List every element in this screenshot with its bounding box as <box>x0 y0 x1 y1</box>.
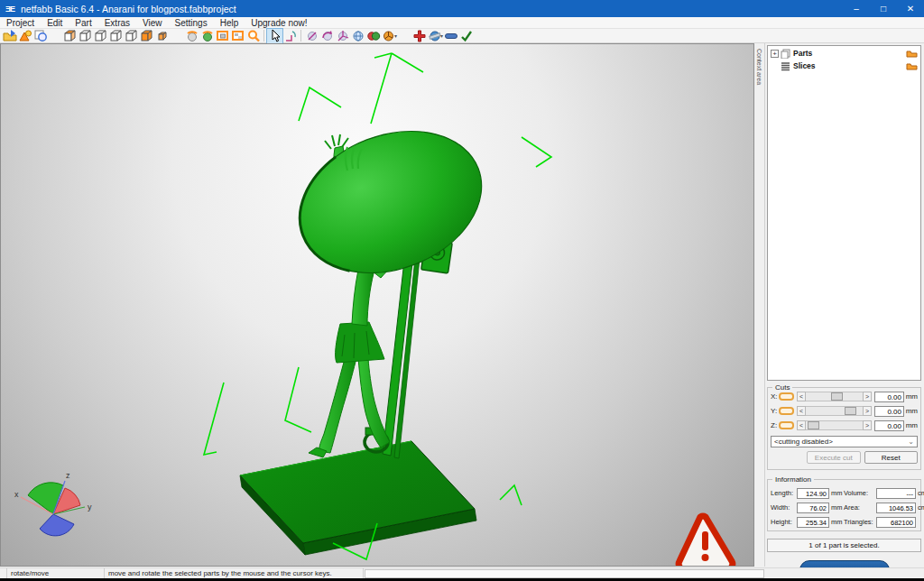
cut-value-y[interactable]: 0.00 <box>874 406 904 417</box>
confirm-check-icon[interactable] <box>458 29 474 43</box>
cut-toggle-z[interactable] <box>779 421 794 429</box>
cut-slider-z[interactable] <box>806 420 863 430</box>
execute-cut-button[interactable]: Execute cut <box>807 451 861 464</box>
viewport-canvas[interactable]: x y z <box>1 44 753 566</box>
cuts-group-label: Cuts <box>772 383 792 392</box>
analysis-dropdown-caret[interactable]: ▾ <box>394 32 397 39</box>
zoom-selection-icon[interactable] <box>199 29 215 43</box>
volume-value: --- <box>876 488 916 499</box>
tree-item-slices[interactable]: Slices <box>768 60 920 71</box>
iso-view-icon[interactable] <box>62 29 78 43</box>
zoom-window-icon[interactable] <box>215 29 230 43</box>
volume-unit: cm³ <box>916 489 924 497</box>
warning-triangle-icon[interactable] <box>679 516 733 566</box>
slider-right-button[interactable]: > <box>863 392 872 401</box>
cutting-mode-dropdown[interactable]: <cutting disabled> ⌄ <box>771 436 918 447</box>
slider-right-button[interactable]: > <box>863 406 872 416</box>
menu-project[interactable]: Project <box>0 17 41 29</box>
globe-icon[interactable] <box>350 29 365 43</box>
parts-icon <box>781 49 790 59</box>
slider-left-button[interactable]: < <box>797 392 806 401</box>
width-value: 76.02 <box>797 503 829 513</box>
add-folder-icon[interactable] <box>906 61 918 70</box>
chevron-down-icon: ⌄ <box>908 438 914 446</box>
back-view-icon[interactable] <box>93 29 108 43</box>
width-label: Width: <box>771 503 797 512</box>
rotate-view-icon[interactable] <box>282 29 298 43</box>
slider-right-button[interactable]: > <box>863 420 872 430</box>
menu-part[interactable]: Part <box>69 17 97 29</box>
cut-value-z[interactable]: 0.00 <box>874 420 904 431</box>
cuts-group: Cuts X: < > 0.00 mm Y: < > 0.00 mm Z: <box>767 387 921 470</box>
height-unit: mm <box>829 518 844 526</box>
select-tool-icon[interactable] <box>267 29 282 43</box>
cut-row-x: X: < > 0.00 mm <box>771 391 918 402</box>
zoom-all-icon[interactable] <box>184 29 199 43</box>
add-red-icon[interactable] <box>411 29 427 43</box>
context-area-strip[interactable]: Context area <box>754 43 765 567</box>
add-folder-icon[interactable] <box>906 49 918 58</box>
app-icon: ƎE <box>4 4 16 14</box>
status-hint: move and rotate the selected parts by th… <box>105 568 364 579</box>
information-group: Information Length: 124.90 mm Volume: --… <box>767 479 921 531</box>
cut-toggle-x[interactable] <box>779 392 794 401</box>
magnifier-icon[interactable] <box>245 29 261 43</box>
open-project-icon[interactable] <box>2 29 17 43</box>
axis-label-y: y <box>88 503 92 512</box>
window-title: netfabb Basic 6.4 - Anarani for blogpost… <box>21 4 236 14</box>
menu-view[interactable]: View <box>136 17 169 29</box>
status-mode: rotate/move <box>7 568 105 579</box>
height-label: Height: <box>771 518 797 526</box>
cutting-mode-value: <cutting disabled> <box>774 438 833 446</box>
length-value: 124.90 <box>797 488 829 499</box>
rotate-part-icon[interactable] <box>319 29 335 43</box>
status-bar: rotate/move move and rotate the selected… <box>0 567 924 578</box>
front-view-icon[interactable] <box>78 29 93 43</box>
slider-thumb[interactable] <box>845 407 856 415</box>
cut-slider-y[interactable] <box>806 406 863 416</box>
zoom-parts-icon[interactable] <box>230 29 245 43</box>
slider-left-button[interactable]: < <box>797 420 806 430</box>
slider-thumb[interactable] <box>831 392 843 401</box>
top-view-icon[interactable] <box>139 29 154 43</box>
menu-upgrade-now[interactable]: Upgrade now! <box>245 17 313 29</box>
add-part-icon[interactable] <box>17 29 32 43</box>
status-progress <box>365 569 764 578</box>
menu-help[interactable]: Help <box>214 17 245 29</box>
menu-bar: Project Edit Part Extras View Settings H… <box>0 17 924 29</box>
slider-thumb[interactable] <box>808 421 819 429</box>
slices-icon <box>781 61 790 71</box>
menu-edit[interactable]: Edit <box>41 17 69 29</box>
information-group-label: Information <box>772 475 814 484</box>
parts-tree: + Parts Slices <box>767 45 921 381</box>
collision-icon[interactable] <box>365 29 381 43</box>
maximize-button[interactable]: □ <box>870 0 897 17</box>
cut-toggle-y[interactable] <box>779 407 794 415</box>
right-view-icon[interactable] <box>124 29 139 43</box>
cut-unit: mm <box>904 421 918 429</box>
menu-settings[interactable]: Settings <box>169 17 214 29</box>
viewport[interactable]: x y z <box>0 43 754 567</box>
length-unit: mm <box>829 489 844 497</box>
project-info-icon[interactable] <box>32 29 48 43</box>
cut-slider-x[interactable] <box>806 392 863 401</box>
measure-icon[interactable] <box>443 29 458 43</box>
reset-button[interactable]: Reset <box>864 451 919 464</box>
tree-item-parts[interactable]: + Parts <box>768 48 920 59</box>
scale-part-icon[interactable] <box>335 29 350 43</box>
move-part-icon[interactable] <box>304 29 319 43</box>
close-button[interactable]: ✕ <box>897 0 924 17</box>
cut-value-x[interactable]: 0.00 <box>874 392 904 402</box>
tree-item-label: Slices <box>793 61 816 70</box>
cut-axis-label: Y: <box>771 407 779 415</box>
area-value: 1046.53 <box>876 503 916 513</box>
title-bar[interactable]: ƎE netfabb Basic 6.4 - Anarani for blogp… <box>0 0 924 17</box>
bottom-view-icon[interactable] <box>154 29 170 43</box>
model-anarani[interactable] <box>240 106 503 555</box>
menu-extras[interactable]: Extras <box>98 17 136 29</box>
slider-left-button[interactable]: < <box>797 406 806 416</box>
axis-label-x: x <box>14 490 19 499</box>
left-view-icon[interactable] <box>108 29 124 43</box>
expand-icon[interactable]: + <box>771 50 779 58</box>
minimize-button[interactable]: – <box>843 0 870 17</box>
